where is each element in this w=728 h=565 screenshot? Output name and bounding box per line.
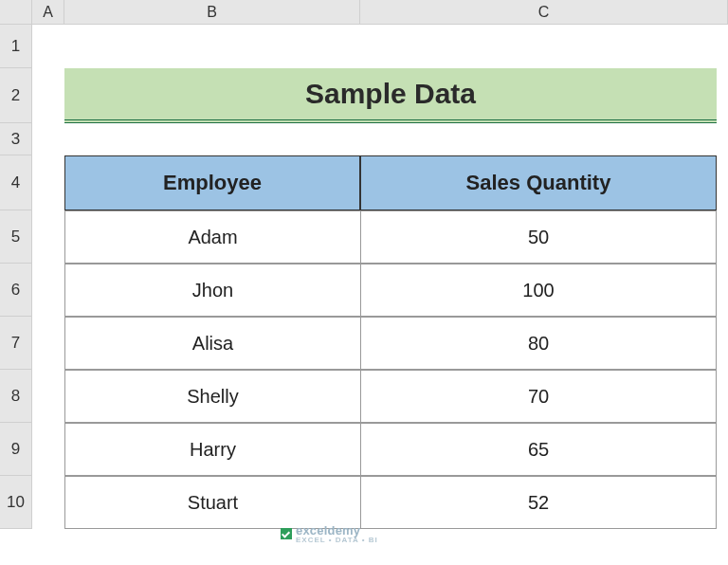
cell-C1[interactable] xyxy=(360,25,728,68)
table-row[interactable]: 52 xyxy=(360,476,717,529)
table-row[interactable]: Stuart xyxy=(64,476,360,529)
table-row[interactable]: Shelly xyxy=(64,370,360,423)
cell-C3[interactable] xyxy=(360,123,728,155)
row-header-1[interactable]: 1 xyxy=(0,25,32,68)
spreadsheet-grid[interactable]: A B C 1 2 Sample Data 3 4 Employee Sales… xyxy=(0,0,728,529)
col-header-B[interactable]: B xyxy=(64,0,360,25)
table-header-qty[interactable]: Sales Quantity xyxy=(360,155,717,210)
table-row[interactable]: 100 xyxy=(360,264,717,317)
cell-A1[interactable] xyxy=(32,25,64,68)
cell-A9[interactable] xyxy=(32,423,64,476)
row-header-9[interactable]: 9 xyxy=(0,423,32,476)
col-header-C[interactable]: C xyxy=(360,0,728,25)
cell-A2[interactable] xyxy=(32,68,64,123)
table-row[interactable]: Alisa xyxy=(64,317,360,370)
cell-B3[interactable] xyxy=(64,123,360,155)
cell-A6[interactable] xyxy=(32,264,64,317)
watermark-sub: EXCEL • DATA • BI xyxy=(296,536,378,544)
table-row[interactable]: 50 xyxy=(360,210,717,264)
cell-A10[interactable] xyxy=(32,476,64,529)
watermark: exceldemy EXCEL • DATA • BI xyxy=(281,523,378,544)
table-header-employee[interactable]: Employee xyxy=(64,155,360,210)
table-row[interactable]: Jhon xyxy=(64,264,360,317)
table-row[interactable]: Harry xyxy=(64,423,360,476)
row-header-8[interactable]: 8 xyxy=(0,370,32,423)
select-all-corner[interactable] xyxy=(0,0,32,25)
check-icon xyxy=(281,528,292,539)
row-header-6[interactable]: 6 xyxy=(0,264,32,317)
row-header-7[interactable]: 7 xyxy=(0,317,32,370)
row-header-2[interactable]: 2 xyxy=(0,68,32,123)
cell-A8[interactable] xyxy=(32,370,64,423)
table-row[interactable]: Adam xyxy=(64,210,360,264)
cell-B1[interactable] xyxy=(64,25,360,68)
row-header-5[interactable]: 5 xyxy=(0,210,32,264)
col-header-A[interactable]: A xyxy=(32,0,64,25)
table-row[interactable]: 70 xyxy=(360,370,717,423)
row-header-3[interactable]: 3 xyxy=(0,123,32,155)
row-header-4[interactable]: 4 xyxy=(0,155,32,210)
cell-A5[interactable] xyxy=(32,210,64,264)
row-header-10[interactable]: 10 xyxy=(0,476,32,529)
table-row[interactable]: 65 xyxy=(360,423,717,476)
cell-A3[interactable] xyxy=(32,123,64,155)
title-merged-cell[interactable]: Sample Data xyxy=(64,68,717,123)
cell-A7[interactable] xyxy=(32,317,64,370)
cell-A4[interactable] xyxy=(32,155,64,210)
table-row[interactable]: 80 xyxy=(360,317,717,370)
